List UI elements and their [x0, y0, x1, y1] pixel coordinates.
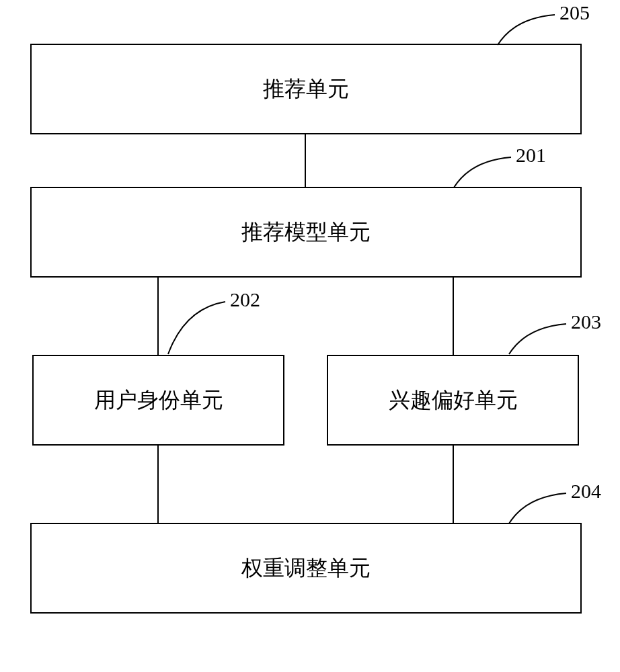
recommend-unit-label: 推荐单元 [263, 75, 349, 104]
ref-204: 204 [571, 480, 601, 503]
ref-202: 202 [230, 288, 260, 311]
recommend-model-unit-label: 推荐模型单元 [241, 218, 371, 247]
ref-201: 201 [516, 144, 546, 167]
conn-201-203 [453, 278, 454, 355]
user-identity-unit-label: 用户身份单元 [94, 386, 223, 415]
ref-205: 205 [559, 1, 590, 24]
leader-201 [451, 154, 518, 191]
conn-205-201 [305, 134, 306, 187]
interest-preference-unit-box: 兴趣偏好单元 [327, 355, 579, 446]
conn-202-204 [157, 446, 159, 523]
conn-201-202 [157, 278, 159, 355]
leader-204 [506, 490, 573, 527]
ref-203: 203 [571, 310, 601, 333]
leader-202 [165, 298, 232, 358]
interest-preference-unit-label: 兴趣偏好单元 [389, 386, 518, 415]
user-identity-unit-box: 用户身份单元 [32, 355, 284, 446]
weight-adjust-unit-label: 权重调整单元 [241, 554, 371, 583]
recommend-unit-box: 推荐单元 [30, 44, 582, 134]
conn-203-204 [453, 446, 454, 523]
recommend-model-unit-box: 推荐模型单元 [30, 187, 582, 278]
leader-203 [506, 321, 573, 358]
weight-adjust-unit-box: 权重调整单元 [30, 523, 582, 614]
leader-205 [494, 11, 561, 48]
